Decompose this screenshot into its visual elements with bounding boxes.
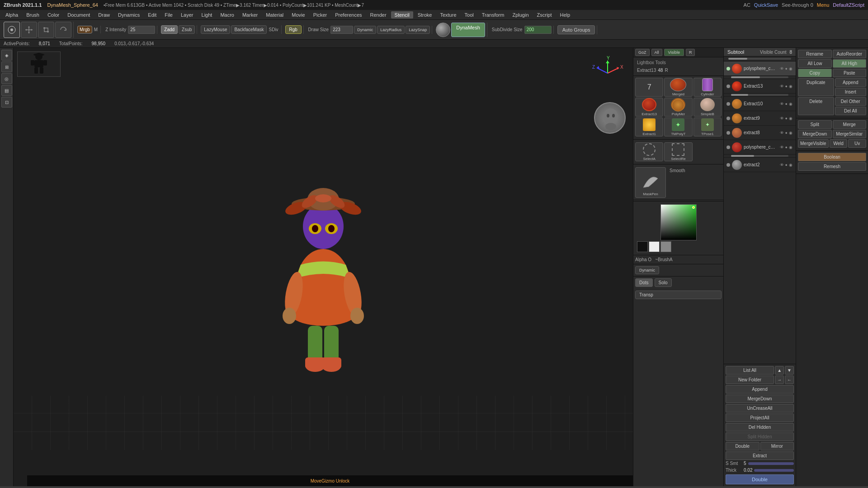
sphere-preview[interactable]	[436, 23, 450, 37]
del-all-btn[interactable]: Del All	[835, 107, 867, 115]
menu-texture[interactable]: Texture	[436, 11, 460, 19]
all-low-btn[interactable]: All Low	[798, 59, 832, 68]
simplemesh-btn[interactable]: SimpleB	[693, 98, 722, 117]
lock-icon-3[interactable]: ●	[785, 101, 788, 107]
remesh-btn[interactable]: Remesh	[798, 162, 866, 171]
draw-size-input[interactable]	[330, 26, 353, 34]
backfacemask-button[interactable]: BackfaceMask	[231, 25, 267, 34]
dynamic-button[interactable]: Dynamic	[354, 26, 376, 34]
lazyradius-button[interactable]: LazyRadius	[377, 26, 405, 34]
menu-color[interactable]: Color	[44, 11, 63, 19]
delhidden-btn[interactable]: Del Hidden	[726, 423, 794, 432]
num7-btn[interactable]: 7	[635, 78, 663, 97]
quicksave-button[interactable]: QuickSave	[754, 2, 778, 8]
rotate-tool-button[interactable]	[55, 22, 71, 38]
color-gradient[interactable]	[660, 204, 697, 240]
top-right-controls[interactable]: AC QuickSave See-through 0 Menu DefaultZ…	[744, 2, 864, 8]
subtool-item-extract8[interactable]: extract8 👁 ● ◉	[724, 126, 796, 140]
color-icon-4[interactable]: ◉	[788, 116, 793, 121]
copy-btn[interactable]: Copy	[798, 69, 832, 77]
subtool-item-extract13[interactable]: Extract13 👁 ● ◉	[724, 79, 796, 94]
lazymouse-button[interactable]: LazyMouse	[201, 25, 230, 34]
mergesimilar-btn[interactable]: MergeSimilar	[833, 130, 867, 138]
r-button[interactable]: R	[686, 49, 695, 56]
menu-preferences[interactable]: Preferences	[331, 11, 365, 19]
extract-btn[interactable]: Extract	[726, 451, 794, 460]
menu-zscript[interactable]: Zscript	[533, 11, 556, 19]
menu-light[interactable]: Light	[198, 11, 216, 19]
menu-dynamics[interactable]: Dynamics	[114, 11, 143, 19]
folder-right-btn[interactable]: →	[775, 375, 784, 384]
item6-slider[interactable]	[731, 155, 788, 157]
merge-btn[interactable]: Merge	[833, 120, 867, 129]
subtool-item-polysphere-copy2[interactable]: polysphere_copy2 👁 ● ◉	[724, 140, 796, 155]
mergedown-btn[interactable]: MergeDown	[726, 394, 794, 403]
dots-btn[interactable]: Dots	[635, 278, 653, 287]
eye-icon-7[interactable]: 👁	[779, 162, 784, 168]
menu-movie[interactable]: Movie	[288, 11, 308, 19]
lock-icon-4[interactable]: ●	[785, 116, 788, 121]
z-intensity-input[interactable]	[128, 26, 155, 34]
folder-left-btn[interactable]: ←	[785, 375, 794, 384]
double-btn[interactable]: Double	[726, 442, 760, 450]
left-tool-2[interactable]: ⊞	[1, 61, 12, 72]
splithidden-btn[interactable]: Split Hidden	[726, 432, 794, 441]
split-btn[interactable]: Split	[798, 120, 832, 129]
all-button[interactable]: All	[651, 49, 662, 56]
left-tool-1[interactable]: ◈	[1, 50, 12, 61]
left-tool-5[interactable]: ⊡	[1, 97, 12, 108]
left-tool-4[interactable]: ▤	[1, 85, 12, 96]
eye-icon-4[interactable]: 👁	[779, 116, 784, 121]
visible-button[interactable]: Visible	[664, 49, 684, 56]
mirror-btn[interactable]: Mirror	[760, 442, 794, 450]
rename-btn[interactable]: Rename	[798, 50, 832, 58]
subtool-item-extract2[interactable]: extract2 👁 ● ◉	[724, 158, 796, 172]
menu-layer[interactable]: Layer	[177, 11, 197, 19]
color-icon-5[interactable]: ◉	[788, 130, 793, 136]
list-all-btn[interactable]: List All	[726, 366, 774, 375]
mergevisible-btn[interactable]: MergeVisible	[798, 139, 829, 148]
color-swatch-black[interactable]	[637, 241, 648, 252]
weld-btn[interactable]: Weld	[830, 139, 848, 148]
eye-icon-5[interactable]: 👁	[779, 130, 784, 136]
menu-macro[interactable]: Macro	[217, 11, 238, 19]
delete-btn[interactable]: Delete	[798, 97, 834, 115]
color-swatch-white[interactable]	[649, 241, 660, 252]
resolution-input[interactable]	[524, 26, 552, 34]
color-icon-1[interactable]: ◉	[788, 66, 793, 71]
seethrough-label[interactable]: See-through 0	[782, 2, 813, 8]
item2-slider[interactable]	[731, 94, 788, 96]
cylinder-btn[interactable]: Cylinder	[693, 78, 722, 97]
selectrect-btn[interactable]: SelectRe	[664, 142, 692, 161]
list-down-btn[interactable]: ▼	[785, 366, 794, 375]
menu-file[interactable]: File	[161, 11, 176, 19]
zadd-button[interactable]: Zadd	[161, 25, 178, 34]
tmpoly-btn[interactable]: ✦ TMPolyT	[664, 117, 692, 136]
append-btn[interactable]: Append	[726, 385, 794, 394]
merged-btn[interactable]: Merged	[664, 78, 692, 97]
transp-btn[interactable]: Transp	[635, 291, 722, 299]
menu-stencil[interactable]: Stencil	[391, 11, 413, 19]
menu-button[interactable]: Menu	[817, 2, 830, 8]
color-icon-7[interactable]: ◉	[788, 162, 793, 168]
lock-icon-7[interactable]: ●	[785, 162, 788, 168]
list-up-btn[interactable]: ▲	[775, 366, 784, 375]
manager-append-btn[interactable]: Append	[835, 78, 867, 87]
s-smt-slider[interactable]	[748, 462, 794, 465]
eye-icon-3[interactable]: 👁	[779, 101, 784, 107]
draw-tool-button[interactable]	[4, 22, 20, 38]
left-tool-3[interactable]: ◎	[1, 73, 12, 84]
subtool-item-extract9[interactable]: extract9 👁 ● ◉	[724, 111, 796, 126]
zsub-button[interactable]: Zsub	[179, 25, 195, 34]
menu-marker[interactable]: Marker	[239, 11, 261, 19]
menu-alpha[interactable]: Alpha	[2, 11, 22, 19]
manager-insert-btn[interactable]: Insert	[835, 88, 867, 96]
rgb-button[interactable]: Rgb	[285, 25, 302, 34]
lazysnap-button[interactable]: LazySnap	[406, 26, 430, 34]
polymesh-btn[interactable]: PolyMer	[664, 98, 692, 117]
menu-stroke[interactable]: Stroke	[414, 11, 436, 19]
brush-type-select[interactable]: Mrgb	[77, 26, 92, 33]
maskpen-btn[interactable]: MaskPen	[635, 167, 666, 198]
lock-icon-2[interactable]: ●	[785, 84, 788, 89]
del-other-btn[interactable]: Del Other	[835, 97, 867, 106]
